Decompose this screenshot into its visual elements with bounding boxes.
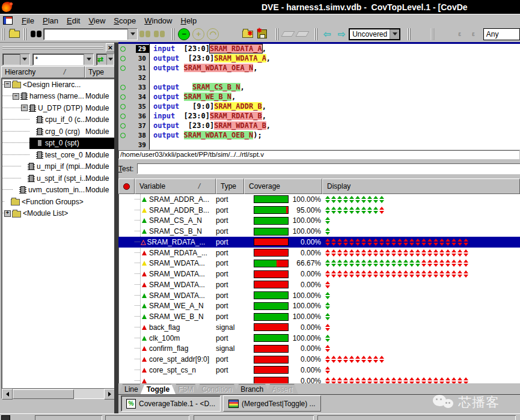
code-line-36[interactable]: input [23:0]SRAM_RDATA_B, <box>150 111 520 121</box>
tree-item-cpu_if_0c[interactable]: cpu_if_0 (c...Module <box>2 114 114 126</box>
epsilon-icon[interactable]: ε <box>472 31 475 37</box>
gutter-line-37[interactable]: 37 <box>118 121 149 130</box>
hierarchy-column-header[interactable]: Hierarchy / <box>1 66 85 78</box>
zoom-button[interactable]: ◠ <box>206 28 220 41</box>
collapse-icon[interactable]: − <box>4 81 11 88</box>
display-column-header[interactable]: Display <box>322 178 520 194</box>
table-row-SRAM_CS_A_N[interactable]: SRAM_CS_A_Nport100.00% <box>118 216 520 227</box>
prev-uncovered-button[interactable]: ⇦ <box>320 28 334 41</box>
search-input[interactable] <box>43 28 138 40</box>
expand-icon[interactable]: + <box>4 210 11 217</box>
search-button[interactable] <box>29 28 43 41</box>
table-row-core_spt_cs_n[interactable]: core_spt_cs_nport0.00% <box>118 365 520 376</box>
waveform-button-2[interactable] <box>295 28 310 41</box>
filter-pattern-arrow[interactable] <box>84 54 93 65</box>
collapse-icon[interactable]: − <box>21 105 28 111</box>
tree-item-harnessharne[interactable]: −harness (harne...Module <box>2 91 114 103</box>
tree-item-crg_0crg[interactable]: crg_0 (crg)Module <box>2 126 114 138</box>
code-line-30[interactable]: output [23:0]SRAM_WDATA_A, <box>150 53 520 63</box>
gutter-line-34[interactable]: 34 <box>118 92 149 102</box>
table-row-clk_100m[interactable]: clk_100mport100.00% <box>118 333 520 344</box>
tree-item-functiongroups[interactable]: <Function Groups> <box>2 196 114 208</box>
table-row-SRAM_WDATA...[interactable]: SRAM_WDATA...port0.00% <box>118 269 520 279</box>
table-row-SRAM_WE_A_N[interactable]: SRAM_WE_A_Nport100.00% <box>118 301 520 312</box>
tab-line[interactable]: Line <box>118 384 144 394</box>
tab-branch[interactable]: Branch <box>234 384 269 394</box>
menu-edit[interactable]: Edit <box>63 15 84 26</box>
toolbar-grip[interactable] <box>23 28 27 40</box>
close-icon[interactable]: ✕ <box>106 43 115 52</box>
toolbar-grip[interactable] <box>431 28 435 40</box>
tree-item-test_core_0[interactable]: test_core_0 ...Module <box>2 149 114 161</box>
open-database-button[interactable] <box>7 28 22 41</box>
waveform-button-1[interactable] <box>281 28 295 41</box>
table-row-back_flag[interactable]: back_flagsignal0.00% <box>118 322 520 333</box>
tree-item-u_spt_ifspt_i[interactable]: u_spt_if (spt_i...Module <box>2 172 114 184</box>
code-line-37[interactable]: output [23:0]SRAM_WDATA_B, <box>150 121 520 130</box>
type-column-header[interactable]: Type <box>85 66 115 78</box>
menu-view[interactable]: View <box>84 15 109 26</box>
gutter-line-30[interactable]: 30 <box>118 53 149 63</box>
gutter-line-36[interactable]: 36 <box>118 111 149 121</box>
load-coverage-button[interactable]: ✱ <box>240 28 255 41</box>
collapse-icon[interactable]: − <box>13 93 19 100</box>
menu-plan[interactable]: Plan <box>38 15 63 26</box>
next-uncovered-button[interactable]: ⇨ <box>334 28 349 41</box>
sync-button[interactable]: ⇄ <box>96 53 114 65</box>
table-row-SRAM_WDATA...[interactable]: SRAM_WDATA...port0.00% <box>118 279 520 290</box>
epsilon-icon[interactable]: ε <box>458 31 461 37</box>
scroll-right-icon[interactable] <box>104 389 115 400</box>
collapse-button[interactable]: − <box>177 28 191 41</box>
tree-item-uvm_custom_in[interactable]: uvm_custom_in...Module <box>2 184 114 196</box>
code-line-35[interactable]: output [9:0]SRAM_ADDR_B, <box>150 102 520 111</box>
table-row-partial[interactable]: 0.00% <box>118 376 520 383</box>
tree-item-designhierarc[interactable]: −<Design Hierarc... <box>2 79 114 91</box>
save-coverage-button[interactable]: ✱ <box>255 28 269 41</box>
scope-arrow[interactable] <box>20 54 29 65</box>
table-row-SRAM_WE_B_N[interactable]: SRAM_WE_B_Nport100.00% <box>118 311 520 322</box>
code-line-32[interactable] <box>150 73 520 82</box>
tree-item-u_mpi_ifmpi[interactable]: u_mpi_if (mpi...Module <box>2 161 114 173</box>
indicator-column-header[interactable] <box>118 178 135 194</box>
find-previous-button[interactable] <box>138 28 152 41</box>
toolbar-grip[interactable] <box>2 28 5 40</box>
gutter-line-31[interactable]: 31 <box>118 63 149 73</box>
table-row-SRAM_ADDR_B...[interactable]: SRAM_ADDR_B...port95.00% <box>118 205 520 216</box>
table-row-SRAM_ADDR_A...[interactable]: SRAM_ADDR_A...port100.00% <box>118 194 520 205</box>
gutter-line-38[interactable]: 38 <box>118 130 149 140</box>
toolbar-grip[interactable] <box>275 28 279 40</box>
hierarchy-hscrollbar[interactable] <box>1 388 115 399</box>
variable-column-header[interactable]: Variable / <box>135 178 216 194</box>
tree-item-u_dtpdtp[interactable]: −U_DTP (DTP)Module <box>2 102 114 114</box>
window-tab-merged-test[interactable]: (MergedTest|Toggle) ... <box>223 395 321 412</box>
table-row-SRAM_WDATA...[interactable]: SRAM_WDATA...port66.67% <box>118 258 520 269</box>
coverage-filter-select[interactable]: Uncovered <box>349 28 400 40</box>
menu-file[interactable]: File <box>17 15 38 26</box>
menu-window[interactable]: Window <box>140 15 176 26</box>
gutter-line-29[interactable]: 29 <box>118 44 149 53</box>
tree-item-spt_0spt[interactable]: spt_0 (spt)Module <box>2 138 114 150</box>
table-row-core_spt_addr[9:0][interactable]: core_spt_addr[9:0]port0.00% <box>118 354 520 365</box>
window-tab-coverage-table[interactable]: %CoverageTable.1 - <D... <box>121 395 221 412</box>
gutter-line-33[interactable]: 33 <box>118 82 149 92</box>
window-menu-icon[interactable] <box>3 16 13 25</box>
panel-grip[interactable] <box>2 46 103 49</box>
expand-button[interactable]: + <box>191 28 206 41</box>
code-line-34[interactable]: output SRAM_WE_B_N, <box>150 92 520 102</box>
type-column-header[interactable]: Type <box>216 178 244 194</box>
scrollbar-thumb[interactable] <box>13 389 74 399</box>
coverage-filter-arrow[interactable] <box>390 29 399 39</box>
search-dropdown-arrow[interactable] <box>127 29 137 40</box>
test-input[interactable] <box>137 163 520 174</box>
gutter-line-32[interactable]: 32 <box>118 73 149 82</box>
panel-splitter[interactable] <box>114 43 118 413</box>
code-line-39[interactable] <box>150 140 520 150</box>
find-next-button[interactable] <box>152 28 167 41</box>
scope-select[interactable] <box>2 53 30 65</box>
table-row-SRAM_RDATA_...[interactable]: SRAM_RDATA_...port0.00% <box>118 248 520 258</box>
menu-scope[interactable]: Scope <box>109 15 140 26</box>
table-row-SRAM_CS_B_N[interactable]: SRAM_CS_B_Nport100.00% <box>118 226 520 237</box>
toolbar-grip[interactable] <box>314 28 318 40</box>
tab-toggle[interactable]: Toggle <box>141 384 176 394</box>
sync-arrow[interactable] <box>106 54 114 65</box>
